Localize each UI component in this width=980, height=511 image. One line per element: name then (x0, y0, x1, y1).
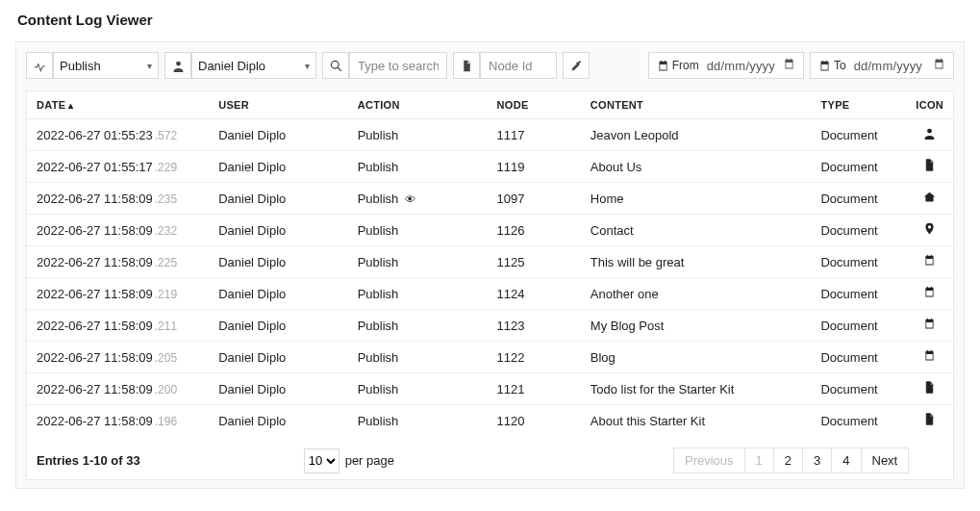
search-icon (322, 52, 349, 79)
col-icon[interactable]: ICON (906, 91, 953, 119)
cell-node: 1120 (488, 405, 581, 437)
cell-user: Daniel Diplo (209, 215, 348, 246)
calendar-icon (783, 58, 795, 73)
cal-icon (923, 319, 936, 333)
cell-type: Document (811, 119, 906, 151)
cal-icon (923, 350, 936, 365)
action-select[interactable]: Publish ▾ (53, 52, 159, 79)
cell-type: Document (811, 278, 906, 310)
col-date[interactable]: DATE▴ (27, 91, 209, 119)
cell-type: Document (811, 215, 906, 246)
cell-node: 1122 (488, 342, 581, 373)
cell-type: Document (811, 342, 906, 373)
from-date-value: dd/mm/yyyy (707, 59, 775, 73)
calendar-icon (818, 60, 831, 72)
table-row[interactable]: 2022-06-27 11:58:09.211Daniel DiploPubli… (27, 310, 953, 342)
cell-action: Publish (348, 342, 488, 373)
cell-user: Daniel Diplo (209, 342, 348, 373)
cell-content: Contact (581, 215, 812, 246)
table-row[interactable]: 2022-06-27 11:58:09.200Daniel DiploPubli… (27, 373, 953, 405)
cell-content: About Us (581, 151, 812, 183)
user-icon (164, 52, 191, 79)
per-page-label: per page (345, 453, 394, 468)
cell-icon (906, 151, 953, 183)
cell-date: 2022-06-27 01:55:17.229 (27, 151, 209, 183)
cell-user: Daniel Diplo (209, 310, 348, 342)
cell-action: Publish (348, 278, 488, 310)
cell-date: 2022-06-27 11:58:09.232 (27, 215, 209, 246)
cell-content: Blog (581, 342, 812, 373)
table-row[interactable]: 2022-06-27 11:58:09.225Daniel DiploPubli… (27, 246, 953, 278)
calendar-icon (657, 60, 669, 72)
cell-node: 1124 (488, 278, 581, 310)
cal-icon (923, 287, 936, 301)
cell-type: Document (811, 310, 906, 342)
from-date-input[interactable]: From dd/mm/yyyy (648, 52, 804, 79)
cell-node: 1097 (488, 183, 581, 215)
cell-content: About this Starter Kit (581, 405, 812, 437)
cell-action: Publish (348, 373, 488, 405)
pager-page-2[interactable]: 2 (774, 448, 803, 473)
col-type[interactable]: TYPE (811, 91, 906, 119)
calendar-icon (933, 58, 945, 73)
col-node[interactable]: NODE (488, 91, 581, 119)
cell-date: 2022-06-27 11:58:09.196 (27, 405, 209, 437)
pager-page-4[interactable]: 4 (832, 448, 861, 473)
cell-date: 2022-06-27 11:58:09.235 (27, 183, 209, 215)
from-label: From (657, 59, 699, 72)
cell-date: 2022-06-27 11:58:09.205 (27, 342, 209, 373)
table-row[interactable]: 2022-06-27 11:58:09.235Daniel DiploPubli… (27, 183, 953, 215)
col-user[interactable]: USER (209, 91, 348, 119)
cell-content: This will be great (581, 246, 812, 278)
col-content[interactable]: CONTENT (581, 91, 812, 119)
eyedropper-icon[interactable] (563, 52, 590, 79)
search-input[interactable] (350, 53, 446, 78)
cell-user: Daniel Diplo (209, 119, 348, 151)
cell-content: Jeavon Leopold (581, 119, 812, 151)
col-action[interactable]: ACTION (348, 91, 488, 119)
cell-type: Document (811, 405, 906, 437)
pager-page-3[interactable]: 3 (803, 448, 832, 473)
action-select-value: Publish (60, 59, 101, 73)
table-row[interactable]: 2022-06-27 11:58:09.232Daniel DiploPubli… (27, 215, 953, 246)
node-input-wrap (480, 52, 557, 79)
cell-node: 1119 (488, 151, 581, 183)
cell-icon (906, 405, 953, 437)
cell-icon (906, 215, 953, 246)
node-id-input[interactable] (481, 53, 542, 78)
cell-node: 1121 (488, 373, 581, 405)
activity-icon (26, 52, 53, 79)
cell-date: 2022-06-27 11:58:09.200 (27, 373, 209, 405)
table-row[interactable]: 2022-06-27 11:58:09.205Daniel DiploPubli… (27, 342, 953, 373)
cell-user: Daniel Diplo (209, 151, 348, 183)
cell-content: Todo list for the Starter Kit (581, 373, 812, 405)
cell-date: 2022-06-27 01:55:23.572 (27, 119, 209, 151)
cell-action: Publish 👁 (348, 183, 488, 215)
user-select[interactable]: Daniel Diplo ▾ (191, 52, 316, 79)
entries-info: Entries 1-10 of 33 (37, 453, 140, 468)
table-row[interactable]: 2022-06-27 01:55:23.572Daniel DiploPubli… (27, 119, 953, 151)
cell-date: 2022-06-27 11:58:09.225 (27, 246, 209, 278)
eye-icon: 👁 (405, 193, 415, 205)
table-row[interactable]: 2022-06-27 11:58:09.196Daniel DiploPubli… (27, 405, 953, 437)
doc-icon (923, 160, 936, 174)
to-date-input[interactable]: To dd/mm/yyyy (810, 52, 954, 79)
per-page-select[interactable]: 10 (304, 448, 339, 473)
cell-action: Publish (348, 405, 488, 437)
pager-next[interactable]: Next (862, 448, 909, 473)
cell-content: My Blog Post (581, 310, 812, 342)
table-row[interactable]: 2022-06-27 01:55:17.229Daniel DiploPubli… (27, 151, 953, 183)
cell-action: Publish (348, 119, 488, 151)
sort-asc-icon: ▴ (68, 100, 73, 111)
cell-type: Document (811, 183, 906, 215)
pager: Previous 1 2 3 4 Next (673, 447, 909, 473)
table-row[interactable]: 2022-06-27 11:58:09.219Daniel DiploPubli… (27, 278, 953, 310)
cell-type: Document (811, 246, 906, 278)
cell-icon (906, 373, 953, 405)
pager-page-1: 1 (745, 448, 774, 473)
toolbar: Publish ▾ Daniel Diplo ▾ (26, 52, 954, 79)
cell-action: Publish (348, 310, 488, 342)
cell-icon (906, 310, 953, 342)
cell-user: Daniel Diplo (209, 246, 348, 278)
cell-user: Daniel Diplo (209, 278, 348, 310)
